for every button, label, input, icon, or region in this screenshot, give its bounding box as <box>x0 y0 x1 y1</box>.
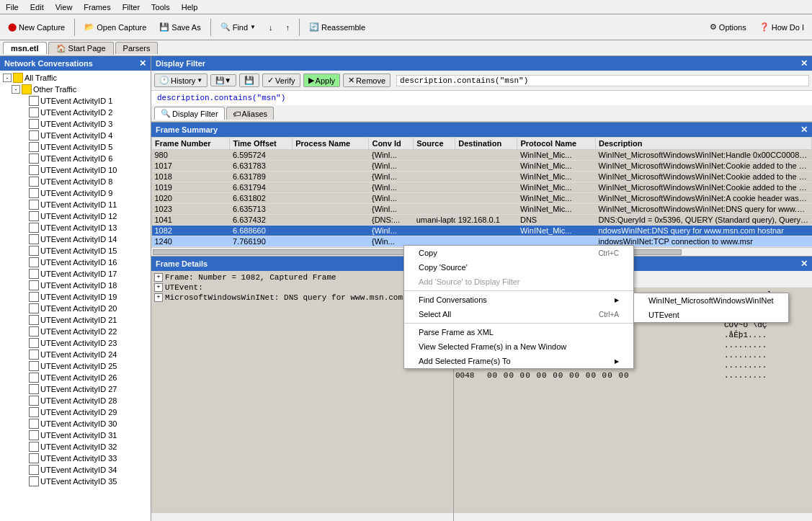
table-row-6[interactable]: 1041 6.637432 {DNS:... umani-laptop-p...… <box>152 215 812 226</box>
frame-table-container[interactable]: Frame Number Time Offset Process Name Co… <box>151 137 812 247</box>
col-protocol-name[interactable]: Protocol Name <box>517 138 596 150</box>
tree-item-26[interactable]: UTEvent ActivityID 28 <box>1 395 149 406</box>
tree-item-19[interactable]: UTEvent ActivityID 21 <box>1 314 149 326</box>
find-button[interactable]: 🔍 Find ▼ <box>215 19 261 35</box>
tree-item-14[interactable]: UTEvent ActivityID 16 <box>1 257 149 268</box>
tab-aliases[interactable]: 🏷 Aliases <box>226 107 274 120</box>
tree-item-18[interactable]: UTEvent ActivityID 20 <box>1 303 149 314</box>
tree-item-4[interactable]: UTEvent ActivityID 5 <box>1 141 149 153</box>
expand-utevent-icon[interactable]: + <box>154 283 163 292</box>
col-source[interactable]: Source <box>414 138 455 150</box>
verify-button[interactable]: ✓ Verify <box>262 74 300 87</box>
ctx-select-all[interactable]: Select All Ctrl+A <box>404 307 633 321</box>
tree-item-2[interactable]: UTEvent ActivityID 3 <box>1 118 149 130</box>
col-frame-number[interactable]: Frame Number <box>152 138 230 150</box>
tree-item-12[interactable]: UTEvent ActivityID 14 <box>1 233 149 245</box>
tree-item-6[interactable]: UTEvent ActivityID 10 <box>1 164 149 176</box>
ctx-view-new-window[interactable]: View Selected Frame(s) in a New Window <box>404 339 633 354</box>
display-filter-close-button[interactable]: ✕ <box>800 58 808 68</box>
tab-parsers[interactable]: Parsers <box>115 42 159 54</box>
conversations-tree[interactable]: - All Traffic - Other Traffic UTEvent Ac… <box>0 71 151 521</box>
expand-icon[interactable]: - <box>3 74 12 82</box>
tree-item-30[interactable]: UTEvent ActivityID 32 <box>1 441 149 453</box>
tree-item-22[interactable]: UTEvent ActivityID 24 <box>1 349 149 360</box>
tree-item-other-traffic[interactable]: - Other Traffic <box>1 84 149 95</box>
submenu-utevent[interactable]: UTEvent <box>634 308 788 322</box>
table-row-1[interactable]: 1017 6.631783 {WinI... WinINet_Mic... Wi… <box>152 161 812 172</box>
menu-help[interactable]: Help <box>176 1 204 13</box>
expand-frame-icon[interactable]: + <box>154 273 163 282</box>
col-description[interactable]: Description <box>596 138 812 150</box>
details-scrollbar[interactable] <box>151 512 453 521</box>
ctx-add-selected[interactable]: Add Selected Frame(s) To ▶ <box>404 354 633 368</box>
tree-item-13[interactable]: UTEvent ActivityID 15 <box>1 245 149 257</box>
submenu-winiinet[interactable]: WinINet_MicrosoftWindowsWinINet <box>634 293 788 308</box>
table-row-2[interactable]: 1018 6.631789 {WinI... WinINet_Mic... Wi… <box>152 172 812 182</box>
tree-item-11[interactable]: UTEvent ActivityID 13 <box>1 222 149 233</box>
menu-edit[interactable]: Edit <box>24 1 50 13</box>
frame-summary-close-button[interactable]: ✕ <box>800 125 808 135</box>
tree-item-all-traffic[interactable]: - All Traffic <box>1 72 149 84</box>
ctx-find-conversations[interactable]: Find Conversations ▶ WinINet_MicrosoftWi… <box>404 293 633 307</box>
tree-item-33[interactable]: UTEvent ActivityID 35 <box>1 476 149 487</box>
menu-frames[interactable]: Frames <box>78 1 116 13</box>
save-filter-button[interactable]: 💾▼ <box>210 74 236 86</box>
col-process-name[interactable]: Process Name <box>293 138 369 150</box>
how-do-i-button[interactable]: ❓ How Do I <box>754 19 809 35</box>
tree-item-32[interactable]: UTEvent ActivityID 34 <box>1 464 149 476</box>
tree-item-9[interactable]: UTEvent ActivityID 11 <box>1 199 149 210</box>
menu-file[interactable]: File <box>0 1 24 13</box>
hex-scrollbar[interactable] <box>454 512 812 521</box>
tree-item-23[interactable]: UTEvent ActivityID 25 <box>1 360 149 372</box>
tree-item-27[interactable]: UTEvent ActivityID 29 <box>1 406 149 418</box>
tree-item-10[interactable]: UTEvent ActivityID 12 <box>1 210 149 222</box>
save-as-button[interactable]: 💾 Save As <box>154 19 205 35</box>
remove-button[interactable]: ✕ Remove <box>343 74 391 87</box>
filter-input[interactable] <box>396 75 809 86</box>
ctx-copy-source[interactable]: Copy 'Source' <box>404 260 633 275</box>
prev-button[interactable]: ↓ <box>264 20 278 35</box>
tab-msn-etl[interactable]: msn.etl <box>3 42 47 54</box>
menu-tools[interactable]: Tools <box>146 1 176 13</box>
apply-button[interactable]: ▶ Apply <box>303 74 341 87</box>
col-destination[interactable]: Destination <box>455 138 517 150</box>
tree-item-24[interactable]: UTEvent ActivityID 26 <box>1 372 149 383</box>
table-row-5[interactable]: 1023 6.635713 {WinI... WinINet_Mic... Wi… <box>152 204 812 215</box>
tab-display-filter[interactable]: 🔍 Display Filter <box>154 107 225 120</box>
tree-item-21[interactable]: UTEvent ActivityID 23 <box>1 337 149 349</box>
new-capture-button[interactable]: ⬤ New Capture <box>3 19 70 35</box>
menu-view[interactable]: View <box>50 1 79 13</box>
tree-item-17[interactable]: UTEvent ActivityID 19 <box>1 291 149 303</box>
load-filter-button[interactable]: 💾 <box>239 74 259 87</box>
open-capture-button[interactable]: 📂 Open Capture <box>79 19 151 35</box>
ctx-copy[interactable]: Copy Ctrl+C <box>404 246 633 260</box>
next-button[interactable]: ↑ <box>281 20 295 35</box>
table-row-7[interactable]: 1082 6.688660 {WinI... WinINet_Mic... nd… <box>152 226 812 236</box>
expand-dns-icon[interactable]: + <box>154 293 163 302</box>
history-button[interactable]: 🕐 History ▼ <box>154 74 208 87</box>
tree-item-1[interactable]: UTEvent ActivityID 2 <box>1 107 149 118</box>
col-time-offset[interactable]: Time Offset <box>230 138 293 150</box>
reassemble-button[interactable]: 🔄 Reassemble <box>304 19 370 35</box>
tree-item-3[interactable]: UTEvent ActivityID 4 <box>1 130 149 141</box>
tree-item-5[interactable]: UTEvent ActivityID 6 <box>1 153 149 164</box>
expand-icon-other[interactable]: - <box>12 85 20 94</box>
options-button[interactable]: ⚙ Options <box>705 19 751 35</box>
ctx-parse-xml[interactable]: Parse Frame as XML <box>404 325 633 339</box>
conversations-close-button[interactable]: ✕ <box>139 58 146 68</box>
tree-item-0[interactable]: UTEvent ActivityID 1 <box>1 95 149 107</box>
tree-item-25[interactable]: UTEvent ActivityID 27 <box>1 383 149 395</box>
col-conv-id[interactable]: Conv Id <box>369 138 414 150</box>
hex-close-button[interactable]: ✕ <box>800 259 808 269</box>
tree-item-7[interactable]: UTEvent ActivityID 8 <box>1 176 149 187</box>
tree-item-29[interactable]: UTEvent ActivityID 31 <box>1 429 149 441</box>
tab-start-page[interactable]: 🏠 Start Page <box>48 42 114 55</box>
tree-item-31[interactable]: UTEvent ActivityID 33 <box>1 453 149 464</box>
tree-item-16[interactable]: UTEvent ActivityID 18 <box>1 280 149 291</box>
tree-item-20[interactable]: UTEvent ActivityID 22 <box>1 326 149 337</box>
tree-item-8[interactable]: UTEvent ActivityID 9 <box>1 187 149 199</box>
tree-item-28[interactable]: UTEvent ActivityID 30 <box>1 418 149 429</box>
menu-filter[interactable]: Filter <box>117 1 146 13</box>
table-row-3[interactable]: 1019 6.631794 {WinI... WinINet_Mic... Wi… <box>152 182 812 193</box>
table-row-0[interactable]: 980 6.595724 {WinI... WinINet_Mic... Win… <box>152 150 812 161</box>
